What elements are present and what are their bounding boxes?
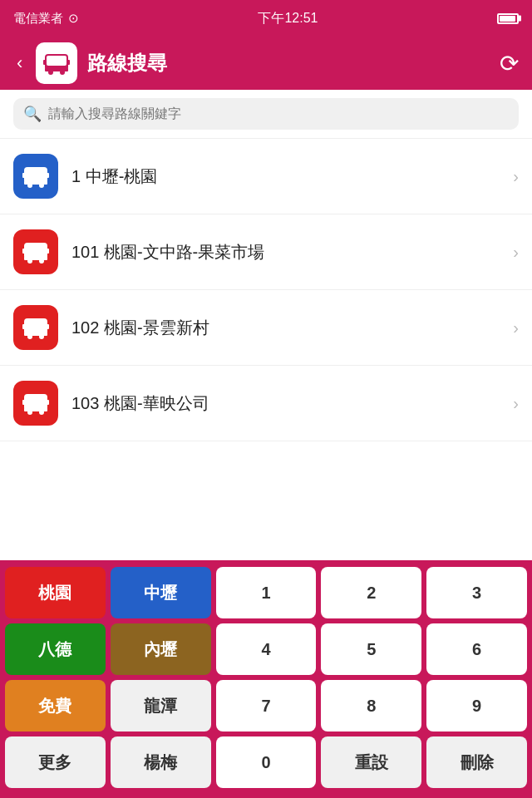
status-right [497,13,519,24]
svg-rect-1 [47,56,66,66]
svg-rect-32 [30,320,31,329]
search-input-wrap[interactable]: 🔍 [13,98,519,130]
svg-rect-35 [26,396,46,405]
kb-row-0: 桃園中壢123 [5,567,527,618]
svg-rect-11 [24,181,47,185]
route-item[interactable]: 102 桃園-景雲新村 › [0,290,532,366]
status-left: 電信業者 ⊙ [13,11,79,27]
svg-rect-6 [67,60,70,65]
kb-key-7[interactable]: 7 [216,680,317,732]
kb-key-4[interactable]: 4 [216,623,317,675]
kb-key-1[interactable]: 1 [216,567,317,618]
route-name-r101: 101 桃園-文中路-果菜市場 [71,241,500,264]
route-icon-r103 [13,381,58,426]
chevron-right-icon: › [513,318,519,337]
kb-key-5[interactable]: 5 [321,623,421,675]
kb-key-中壢[interactable]: 中壢 [111,567,211,618]
svg-rect-39 [22,400,25,405]
search-icon: 🔍 [23,105,42,123]
svg-rect-8 [26,169,46,178]
kb-key-楊梅[interactable]: 楊梅 [111,736,211,788]
svg-rect-22 [47,249,49,254]
svg-rect-40 [47,400,49,405]
svg-rect-29 [24,332,47,336]
route-name-r102: 102 桃園-景雲新村 [71,317,500,339]
chevron-right-icon: › [513,394,519,413]
svg-rect-23 [30,244,31,254]
route-item[interactable]: 101 桃園-文中路-果菜市場 › [0,214,532,290]
route-name-r103: 103 桃園-華映公司 [71,392,500,415]
search-input[interactable] [48,106,509,121]
status-bar: 電信業者 ⊙ 下午12:51 [0,0,532,37]
kb-key-8[interactable]: 8 [321,680,421,732]
back-button[interactable]: ‹ [13,49,26,77]
chevron-right-icon: › [513,167,519,186]
kb-key-9[interactable]: 9 [426,680,527,732]
svg-rect-30 [22,324,25,329]
svg-rect-5 [43,60,46,65]
kb-key-八德[interactable]: 八德 [5,623,106,675]
svg-rect-38 [24,408,47,411]
svg-rect-20 [24,257,47,260]
kb-key-刪除[interactable]: 刪除 [426,736,527,788]
kb-row-3: 更多楊梅0重設刪除 [5,736,527,788]
svg-rect-33 [41,320,42,329]
svg-rect-41 [30,396,31,405]
kb-key-重設[interactable]: 重設 [321,736,421,788]
route-icon-r102 [13,305,58,350]
kb-key-2[interactable]: 2 [321,567,421,618]
svg-rect-13 [47,173,49,178]
kb-key-6[interactable]: 6 [426,623,527,675]
wifi-icon: ⊙ [68,11,79,26]
kb-key-3[interactable]: 3 [426,567,527,618]
route-name-r1: 1 中壢-桃園 [71,165,500,188]
keyboard-overlay: 桃園中壢123八德內壢456免費龍潭789更多楊梅0重設刪除 [0,560,532,798]
svg-rect-12 [22,173,25,178]
svg-rect-24 [41,244,42,254]
svg-rect-26 [26,320,46,329]
svg-rect-15 [41,169,42,178]
kb-key-更多[interactable]: 更多 [5,736,106,788]
carrier-label: 電信業者 [13,11,63,27]
route-item[interactable]: 103 桃園-華映公司 › [0,366,532,441]
route-icon-r1 [13,154,58,199]
route-list: 1 中壢-桃園 › 101 桃園-文中路-果菜市場 › 102 桃園-景雲新村 … [0,139,532,478]
svg-rect-17 [26,244,46,254]
kb-key-免費[interactable]: 免費 [5,680,106,732]
route-icon-r101 [13,229,58,274]
svg-rect-14 [30,169,31,178]
kb-key-龍潭[interactable]: 龍潭 [111,680,211,732]
svg-rect-42 [41,396,42,405]
battery-icon [497,13,519,24]
time-label: 下午12:51 [258,10,318,27]
nav-bar: ‹ 路線搜尋 ⟳ [0,37,532,90]
kb-key-內壢[interactable]: 內壢 [111,623,211,675]
kb-row-2: 免費龍潭789 [5,680,527,732]
page-title: 路線搜尋 [87,50,490,76]
svg-rect-21 [22,249,25,254]
svg-rect-4 [45,68,68,71]
route-item[interactable]: 1 中壢-桃園 › [0,139,532,214]
kb-key-桃園[interactable]: 桃園 [5,567,106,618]
kb-key-0[interactable]: 0 [216,736,317,788]
refresh-button[interactable]: ⟳ [500,50,519,77]
bus-icon-nav [36,42,77,84]
search-bar: 🔍 [0,90,532,139]
svg-rect-31 [47,324,49,329]
kb-row-1: 八德內壢456 [5,623,527,675]
chevron-right-icon: › [513,243,519,262]
